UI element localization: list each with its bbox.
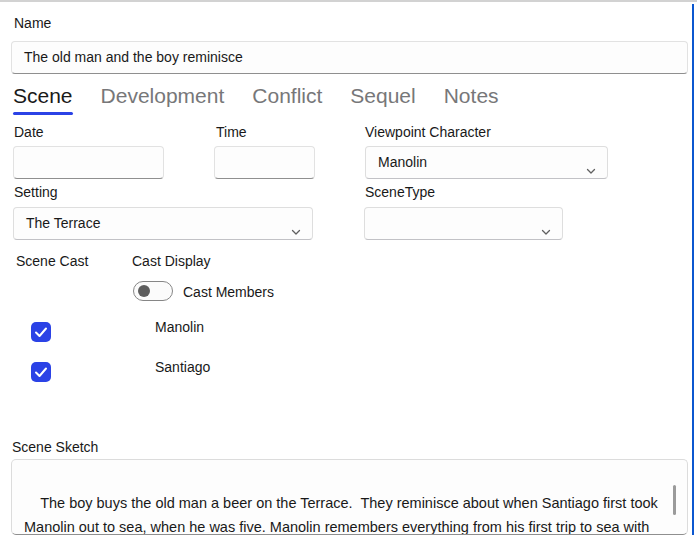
scene-sketch-label: Scene Sketch: [12, 439, 98, 455]
cast-member-name: Manolin: [155, 319, 204, 335]
cast-member-checkbox[interactable]: [31, 322, 51, 342]
tab-development[interactable]: Development: [101, 84, 225, 115]
time-label: Time: [216, 124, 247, 140]
tab-sequel[interactable]: Sequel: [350, 84, 415, 115]
viewpoint-character-combobox[interactable]: Manolin: [365, 146, 608, 179]
name-input-value: The old man and the boy reminisce: [12, 42, 687, 73]
cast-members-toggle[interactable]: [133, 281, 173, 301]
chevron-down-icon: [540, 218, 552, 230]
setting-label: Setting: [14, 184, 58, 200]
cast-member-checkbox[interactable]: [31, 362, 51, 382]
scene-type-label: SceneType: [365, 184, 435, 200]
date-input[interactable]: [13, 146, 164, 179]
scene-type-combobox[interactable]: [364, 207, 563, 240]
chevron-down-icon: [585, 157, 597, 169]
tab-conflict[interactable]: Conflict: [252, 84, 322, 115]
scene-sketch-text: The boy buys the old man a beer on the T…: [24, 495, 662, 535]
cast-members-toggle-label: Cast Members: [183, 284, 274, 300]
date-label: Date: [14, 124, 44, 140]
viewpoint-character-label: Viewpoint Character: [365, 124, 491, 140]
tab-notes[interactable]: Notes: [444, 84, 499, 115]
setting-value: The Terrace: [14, 208, 312, 239]
scene-form-panel: Name The old man and the boy reminisce S…: [0, 0, 697, 535]
active-tab-underline: [13, 112, 73, 115]
chevron-down-icon: [290, 218, 302, 230]
cast-display-label: Cast Display: [132, 253, 211, 269]
name-input[interactable]: The old man and the boy reminisce: [11, 41, 688, 74]
scrollbar-thumb[interactable]: [673, 485, 676, 515]
viewpoint-character-value: Manolin: [366, 147, 607, 178]
scene-sketch-textarea[interactable]: The boy buys the old man a beer on the T…: [11, 459, 688, 535]
toggle-knob: [138, 285, 150, 297]
tab-bar: Scene Development Conflict Sequel Notes: [13, 84, 499, 115]
cast-member-name: Santiago: [155, 359, 210, 375]
time-input[interactable]: [214, 146, 315, 179]
scene-cast-label: Scene Cast: [16, 253, 88, 269]
name-label: Name: [14, 15, 51, 31]
check-icon: [31, 362, 51, 382]
setting-combobox[interactable]: The Terrace: [13, 207, 313, 240]
window-right-edge: [692, 4, 694, 535]
tab-scene[interactable]: Scene: [13, 84, 73, 115]
check-icon: [31, 322, 51, 342]
